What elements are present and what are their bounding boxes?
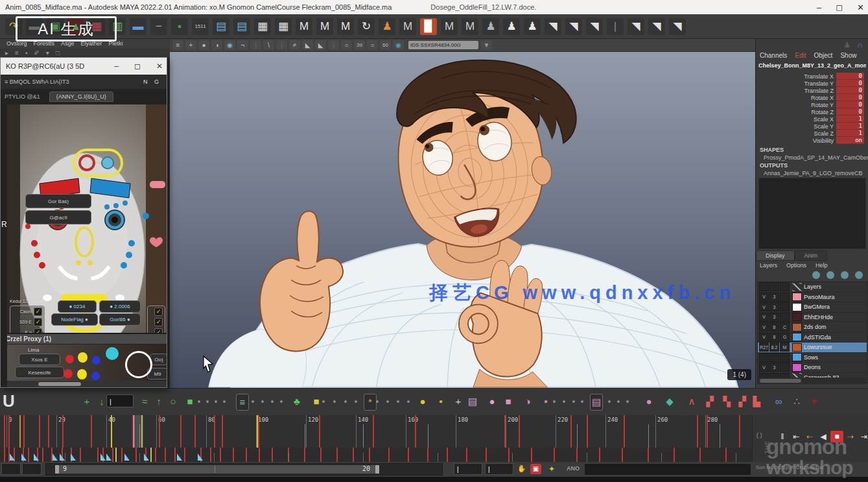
layer-toggle[interactable]: [769, 282, 779, 291]
playback-button[interactable]: ■: [830, 431, 843, 442]
red-pose-dot[interactable]: [64, 369, 73, 378]
viewport-toolbar-icon[interactable]: ≡: [172, 40, 183, 50]
picker-button-top-1[interactable]: Gor Bas): [25, 194, 91, 208]
layer-row[interactable]: V3EhhEHHde: [758, 313, 867, 323]
layer-color-swatch[interactable]: [792, 333, 802, 341]
shelf-icon[interactable]: ♟: [379, 18, 395, 35]
animbot-icon[interactable]: ▪: [540, 394, 552, 409]
picker-mid-button[interactable]: ● 2.0006: [99, 300, 141, 313]
tool-icon[interactable]: □: [56, 49, 60, 56]
layer-toggle[interactable]: V: [759, 333, 769, 342]
layer-menu[interactable]: Options: [786, 262, 806, 269]
viewport-toolbar-icon[interactable]: ◉: [224, 40, 235, 50]
shelf-icon[interactable]: ◥: [565, 18, 582, 35]
channel-name[interactable]: Scale X: [756, 116, 836, 123]
range-handle-right[interactable]: [375, 465, 379, 474]
channel-value[interactable]: 0: [836, 108, 864, 115]
channel-name[interactable]: Scale Y: [756, 123, 836, 130]
animbot-icon[interactable]: ♣: [291, 394, 303, 409]
picker-menu-icons[interactable]: N G: [143, 78, 161, 85]
playhead[interactable]: [134, 415, 143, 448]
layer-toggle[interactable]: R27: [759, 343, 769, 352]
shelf-icon[interactable]: ▦: [254, 18, 271, 35]
shape-node-name[interactable]: Prossy_PmodA_SP_14_MAY_CamObers: [764, 154, 868, 161]
shelf-icon[interactable]: ◥: [628, 18, 644, 35]
animbot-icon[interactable]: ▤: [590, 394, 603, 411]
character-set-icon[interactable]: ( ): [757, 432, 762, 439]
channel-name[interactable]: Translate Z: [756, 88, 836, 94]
shelf-icon[interactable]: M: [296, 18, 312, 35]
viewport-toolbar-icon[interactable]: +: [185, 40, 196, 50]
layer-toggle[interactable]: V: [759, 293, 769, 302]
layer-toggle[interactable]: 3: [769, 293, 779, 302]
playback-button[interactable]: ⇢: [844, 431, 857, 442]
summary-track[interactable]: [0, 448, 752, 463]
picker-mid-button[interactable]: NodeFlag ●: [51, 313, 98, 326]
animbot-icon[interactable]: ■: [502, 394, 514, 409]
shelf-icon[interactable]: 1511: [192, 18, 209, 35]
layer-toggle[interactable]: 3: [769, 302, 779, 311]
animbot-icon[interactable]: ○: [167, 394, 179, 409]
viewport-toolbar-icon[interactable]: ◣: [315, 40, 326, 50]
shelf-icon[interactable]: M: [441, 18, 458, 35]
shelf-icon[interactable]: −: [150, 18, 167, 35]
shelf-icon[interactable]: ▪: [171, 18, 188, 35]
animbot-icon[interactable]: ∧: [686, 394, 698, 409]
checkbox[interactable]: ✓: [154, 328, 163, 333]
face-picker-window[interactable]: KO R3P@RC6(aU (3 5D – ◻ ✕ ≡ BMQOL SWhA L…: [0, 57, 167, 388]
layer-toggle[interactable]: V: [759, 363, 769, 372]
layer-row[interactable]: R278.2MLowurssue: [758, 343, 867, 353]
animbot-icon[interactable]: +: [81, 394, 93, 409]
shelf-icon[interactable]: ♟: [482, 18, 499, 35]
layer-scrollbar[interactable]: [757, 378, 866, 384]
camera-name-field[interactable]: IDS SSXSR4834.00G: [408, 41, 478, 49]
key-settings-icon[interactable]: ✦: [548, 464, 555, 474]
channel-name[interactable]: Scale Z: [756, 130, 836, 137]
shelf-icon[interactable]: ▉: [420, 18, 437, 35]
layer-toggle[interactable]: [780, 293, 790, 302]
picker-scroll-track[interactable]: [1, 381, 167, 387]
hand-tool-icon[interactable]: ✋: [517, 464, 526, 473]
viewport-toolbar-icon[interactable]: \: [263, 40, 274, 50]
animbot-icon[interactable]: *: [364, 394, 377, 411]
shelf-icon[interactable]: ▤: [233, 18, 250, 35]
viewport-toolbar-icon[interactable]: ≠: [289, 40, 300, 50]
animbot-icon[interactable]: ≡: [236, 394, 249, 411]
channel-box-menu[interactable]: Object: [814, 52, 833, 59]
red-pose-dot[interactable]: [65, 355, 74, 363]
anim-start-field[interactable]: [1, 463, 21, 475]
minimize-button[interactable]: –: [817, 3, 821, 12]
layer-filter-icon[interactable]: [841, 271, 849, 279]
blue-pose-dot[interactable]: [91, 372, 100, 380]
animbot-icon[interactable]: ▚: [721, 394, 733, 409]
viewport-toolbar-icon[interactable]: ◑: [211, 40, 222, 50]
layer-toggle[interactable]: [780, 302, 790, 311]
animbot-icon[interactable]: ●: [486, 394, 498, 409]
layer-row[interactable]: V3Deons: [758, 363, 867, 373]
shelf-icon[interactable]: ♟: [503, 18, 520, 35]
title-bar[interactable]: Anim_0085_Midface.ma - Autodesk MAYA 202…: [0, 0, 868, 14]
animbot-icon[interactable]: ■: [184, 394, 196, 409]
panel-icon[interactable]: ♟: [844, 40, 851, 49]
cyan-pose-dot[interactable]: [106, 347, 119, 360]
layer-toggle[interactable]: 3: [769, 313, 779, 322]
channel-box-menu[interactable]: Edit: [795, 52, 806, 59]
layer-color-swatch[interactable]: [792, 353, 802, 361]
picker-mid-button[interactable]: ● 0234: [58, 300, 97, 313]
viewport-toolbar-icon[interactable]: 60: [380, 40, 391, 50]
animbot-icon[interactable]: ●: [417, 394, 428, 409]
layer-toggle[interactable]: 3: [769, 363, 779, 372]
shelf-icon[interactable]: ↻: [358, 18, 375, 35]
viewport-toolbar-icon[interactable]: 39: [354, 40, 365, 50]
playback-start-field[interactable]: [22, 463, 41, 475]
command-line-label[interactable]: ANO: [567, 465, 580, 472]
shelf-icon[interactable]: ♟: [524, 18, 541, 35]
animbot-icon[interactable]: ▪: [435, 394, 447, 409]
picker-active-tab[interactable]: (ANNY_G.I(6U)_U): [49, 91, 113, 102]
layer-editor-tab[interactable]: Anim: [795, 250, 828, 261]
channel-value[interactable]: 0: [836, 87, 864, 94]
yellow-pose-dot[interactable]: [78, 352, 88, 363]
picker-close-button[interactable]: ✕: [156, 62, 163, 71]
channel-box-menu[interactable]: Channels: [760, 52, 787, 59]
tool-icon[interactable]: ✐: [34, 49, 39, 56]
